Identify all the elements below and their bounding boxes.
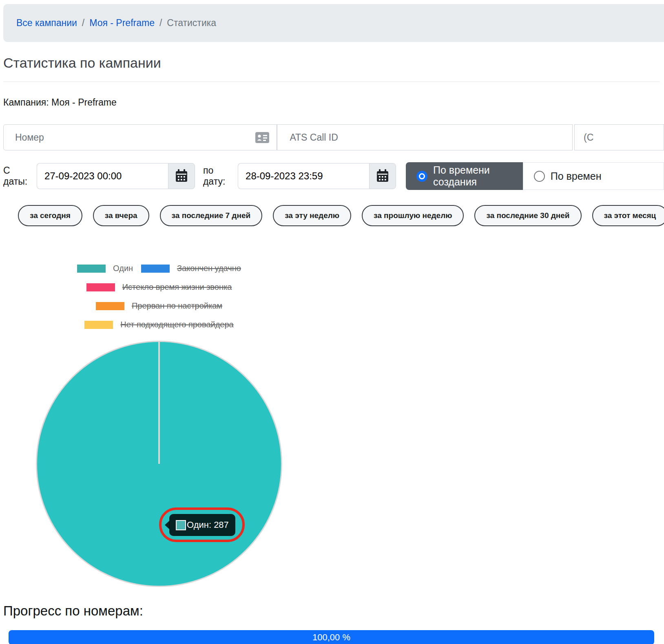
legend-label: Нет подходящего провайдера	[120, 320, 233, 329]
pie-slice-border	[158, 342, 160, 464]
toggle-label: По времен	[551, 170, 602, 182]
legend-swatch	[84, 321, 113, 329]
legend-row: Нет подходящего провайдера	[0, 320, 318, 329]
legend-label: Закончен удачно	[177, 264, 241, 273]
pie-area: Один: 287	[36, 341, 282, 587]
quick-range-pills: за сегодня за вчера за последние 7 дней …	[18, 205, 664, 226]
from-date-input[interactable]	[37, 163, 168, 189]
to-date-group	[238, 163, 396, 189]
progress-value-label: 100,00 %	[312, 632, 350, 643]
breadcrumb-link-campaign[interactable]: Моя - Preframe	[89, 18, 155, 28]
progress-track: 100,00 %	[9, 630, 654, 644]
extra-filter-input[interactable]	[574, 124, 664, 150]
legend-swatch	[96, 302, 124, 310]
calendar-icon	[175, 169, 188, 183]
from-date-group	[37, 163, 195, 189]
from-date-label: С даты:	[3, 165, 31, 187]
legend-label: Прерван по настройкам	[132, 301, 222, 311]
pill-today[interactable]: за сегодня	[18, 205, 82, 226]
legend-label: Истекло время жизни звонка	[122, 282, 232, 292]
to-date-calendar-button[interactable]	[369, 163, 396, 189]
title-divider	[3, 82, 660, 82]
number-input[interactable]	[4, 132, 255, 143]
legend-row: Один Закончен удачно	[0, 264, 318, 273]
radio-checked-icon	[416, 171, 427, 182]
toggle-by-creation-time[interactable]: По времени создания	[406, 162, 523, 190]
date-filters-row: С даты: по дату:	[3, 163, 664, 190]
tooltip-caret	[165, 520, 170, 529]
pill-last-30-days[interactable]: за последние 30 дней	[474, 205, 581, 226]
breadcrumb-link-all-campaigns[interactable]: Все кампании	[16, 18, 77, 28]
tooltip-swatch	[176, 520, 186, 530]
pill-yesterday[interactable]: за вчера	[93, 205, 149, 226]
legend-swatch	[141, 265, 170, 273]
toggle-by-call-time[interactable]: По времен	[523, 162, 664, 190]
legend-row: Истекло время жизни звонка	[0, 282, 318, 292]
pie-chart: Один Закончен удачно Истекло время жизни…	[0, 264, 318, 587]
ats-call-id-input[interactable]	[277, 124, 573, 150]
to-date-input[interactable]	[238, 163, 369, 189]
pill-this-week[interactable]: за эту неделю	[273, 205, 351, 226]
legend-row: Прерван по настройкам	[0, 301, 318, 311]
address-card-icon	[255, 132, 277, 143]
breadcrumb: Все кампании/Моя - Preframe/Статистика	[3, 4, 664, 42]
legend-item-ttl-expired[interactable]: Истекло время жизни звонка	[86, 282, 232, 292]
search-filters-row	[3, 124, 664, 150]
toggle-label: По времени создания	[433, 164, 512, 188]
radio-unchecked-icon	[534, 171, 545, 182]
tooltip-text: Один: 287	[187, 520, 229, 530]
legend-item-odin[interactable]: Один	[77, 264, 133, 273]
progress-bar: 100,00 %	[9, 630, 654, 644]
calendar-icon	[376, 169, 389, 183]
pill-this-month[interactable]: за этот месяц	[592, 205, 664, 226]
number-input-group	[3, 124, 277, 150]
progress-heading: Прогресс по номерам:	[3, 603, 664, 619]
pill-last-week[interactable]: за прошлую неделю	[362, 205, 464, 226]
legend-item-interrupted[interactable]: Прерван по настройкам	[96, 301, 222, 311]
from-date-calendar-button[interactable]	[168, 163, 195, 189]
to-date-label: по дату:	[203, 165, 232, 187]
time-mode-toggle: По времени создания По времен	[406, 162, 664, 190]
legend-item-finished-ok[interactable]: Закончен удачно	[141, 264, 241, 273]
legend-swatch	[77, 265, 106, 273]
breadcrumb-separator: /	[159, 18, 162, 28]
breadcrumb-current: Статистика	[167, 18, 216, 28]
legend-item-no-provider[interactable]: Нет подходящего провайдера	[84, 320, 233, 329]
chart-tooltip: Один: 287	[169, 514, 235, 536]
campaign-label: Кампания: Моя - Preframe	[3, 97, 664, 108]
page-title: Статистика по кампании	[3, 55, 664, 71]
legend-label: Один	[113, 264, 133, 273]
legend-swatch	[86, 283, 115, 291]
pill-last-7-days[interactable]: за последние 7 дней	[160, 205, 263, 226]
breadcrumb-separator: /	[82, 18, 84, 28]
